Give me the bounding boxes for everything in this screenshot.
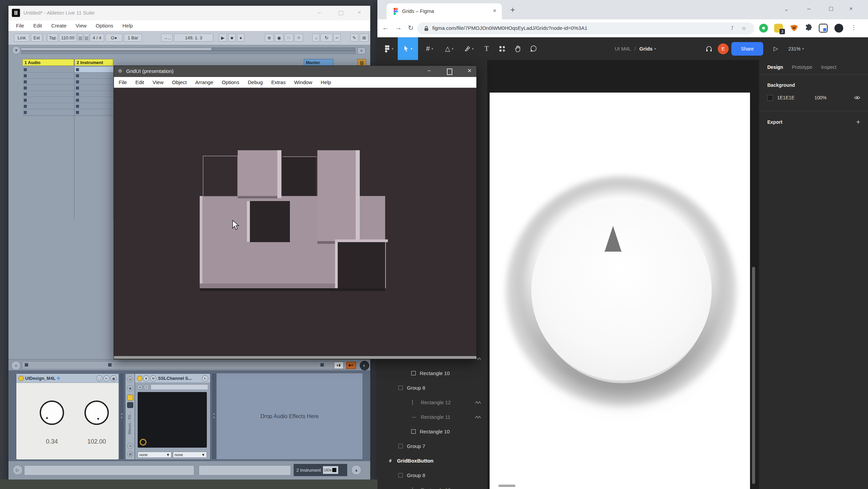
clip-slot[interactable]: [75, 67, 113, 73]
rail-unfold-icon[interactable]: ◎: [127, 376, 133, 383]
device1-map-icon[interactable]: ▢: [96, 375, 102, 382]
clip-stop-button[interactable]: [76, 74, 79, 77]
clip-stop-button[interactable]: [24, 111, 27, 114]
device2-hotswap-icon[interactable]: ↻: [202, 375, 208, 382]
clip-stop-button[interactable]: [24, 86, 27, 90]
automation-arm-button[interactable]: ◉: [275, 34, 283, 42]
url-text[interactable]: figma.com/file/7PMOJOn0iWM0HOqsEyLadJ/Gr…: [432, 25, 587, 31]
new-tab-button[interactable]: +: [510, 5, 515, 15]
device-separator[interactable]: [120, 373, 124, 459]
loop-button[interactable]: ↻: [320, 34, 333, 42]
gridui-canvas[interactable]: [114, 88, 476, 356]
clip-slot[interactable]: [22, 73, 74, 79]
yellow-extension-icon[interactable]: 3: [774, 24, 783, 33]
clip-slot[interactable]: [75, 79, 113, 85]
punch-out-button[interactable]: ⌐: [333, 34, 341, 42]
horizontal-scrollbar[interactable]: [498, 485, 515, 487]
evernote-extension-icon[interactable]: [759, 24, 768, 33]
share-page-icon[interactable]: ⤴: [731, 25, 734, 31]
audio-headphones-icon[interactable]: [702, 37, 716, 60]
gridui-menu-item[interactable]: Extras: [271, 79, 286, 85]
session-scrollbar-track2[interactable]: [21, 51, 355, 54]
device-toggle-icon[interactable]: ◐: [360, 361, 369, 370]
move-tool-selected[interactable]: ▾: [398, 37, 418, 60]
shape-tool[interactable]: △▾: [440, 37, 459, 60]
draw-mode-button[interactable]: ✎: [350, 34, 358, 42]
background-hex[interactable]: 1E1E1E: [777, 95, 814, 100]
info-toggle-icon[interactable]: ▷: [13, 465, 23, 475]
gridui-close-button[interactable]: ✕: [467, 67, 472, 74]
clip-stop-button[interactable]: [76, 80, 79, 83]
keymap-button[interactable]: ⊞: [360, 34, 369, 42]
browser-tab[interactable]: Grids – Figma ×: [387, 3, 502, 19]
clip-slot[interactable]: [22, 103, 74, 109]
grid-cell-pressed[interactable]: [282, 156, 317, 196]
arrangement-position[interactable]: 149. 1. 3: [174, 34, 213, 42]
present-button[interactable]: ▷: [770, 37, 782, 60]
layer-row[interactable]: Group 7: [377, 439, 487, 453]
layer-row[interactable]: Group 8: [377, 380, 487, 395]
show-device-icon[interactable]: ▲: [351, 465, 361, 475]
sidechain-dropdown-2[interactable]: none▼: [173, 452, 207, 458]
layer-row[interactable]: ▏Rectangle 12: [377, 395, 487, 410]
hand-tool[interactable]: [510, 37, 525, 60]
device-drop-zone[interactable]: Drop Audio Effects Here: [217, 373, 362, 459]
ableton-menu-item[interactable]: File: [16, 23, 24, 28]
comment-tool[interactable]: [526, 37, 541, 60]
panel-tab[interactable]: Design: [767, 64, 783, 70]
breadcrumb-project[interactable]: UI M4L: [615, 46, 631, 52]
device-chip[interactable]: UIDe: [323, 466, 338, 474]
groove-amount[interactable]: O●: [105, 34, 122, 42]
ext-button[interactable]: Ext: [31, 34, 42, 42]
grid-cell-outline[interactable]: [203, 156, 238, 197]
share-button[interactable]: Share: [731, 37, 763, 60]
gridui-menu-item[interactable]: Debug: [248, 79, 263, 85]
device1-save-icon[interactable]: ▣: [111, 375, 117, 382]
punch-in-button[interactable]: ⌌: [312, 34, 320, 42]
clip-slot[interactable]: [75, 91, 113, 97]
gridui-menu-item[interactable]: View: [153, 79, 163, 85]
clip-stop-button[interactable]: [76, 105, 79, 108]
zoom-menu[interactable]: 231%▾: [784, 37, 808, 60]
user-avatar[interactable]: E: [717, 37, 729, 60]
clip-slot[interactable]: [75, 97, 113, 103]
clip-slot[interactable]: [75, 85, 113, 91]
gridui-menu-item[interactable]: File: [119, 79, 127, 85]
gridui-maximize-button[interactable]: [447, 69, 452, 75]
master-track-header[interactable]: Master: [304, 59, 333, 66]
ableton-menu-item[interactable]: Edit: [33, 23, 42, 28]
clip-slot[interactable]: [75, 103, 113, 109]
device1-titlebar[interactable]: UIDesign_M4L ✥ ▢ ↻ ▣: [16, 374, 119, 383]
track-stop-square[interactable]: [320, 363, 324, 367]
clip-slot[interactable]: [22, 85, 74, 91]
grid-cell-pressed[interactable]: [250, 201, 290, 242]
ableton-menu-item[interactable]: Options: [96, 23, 113, 28]
clip-stop-button[interactable]: [24, 99, 27, 102]
layer-row[interactable]: #GridBoxButton: [377, 453, 487, 468]
ableton-close-button[interactable]: ×: [358, 9, 361, 16]
metamask-extension-icon[interactable]: [790, 24, 798, 33]
knob2-value[interactable]: 102.00: [80, 438, 114, 445]
bookmark-star-icon[interactable]: ☆: [742, 25, 746, 32]
figma-canvas[interactable]: [487, 60, 759, 489]
capture-midi-button[interactable]: ⎀: [294, 34, 303, 42]
clip-stop-button[interactable]: [76, 86, 79, 90]
gridui-minimize-button[interactable]: –: [428, 67, 431, 74]
tab-close-icon[interactable]: ×: [493, 7, 496, 14]
window-close-button[interactable]: ×: [849, 5, 853, 12]
record-button[interactable]: ●: [237, 34, 244, 42]
rail-on-button[interactable]: [127, 395, 133, 400]
rail-save-icon[interactable]: ▤: [127, 451, 133, 457]
clip-slot[interactable]: [75, 110, 113, 115]
clip-slot[interactable]: [22, 79, 74, 85]
plugin-knob-icon[interactable]: [140, 439, 146, 446]
device-on-led[interactable]: [18, 376, 24, 381]
time-signature-field[interactable]: 4 / 4: [90, 34, 104, 42]
breadcrumb-file[interactable]: Grids: [639, 46, 653, 52]
stop-button[interactable]: ■: [228, 34, 236, 42]
pen-tool[interactable]: ▾: [459, 37, 478, 60]
sidechain-dropdown-1[interactable]: none▼: [138, 452, 172, 458]
clip-stop-button[interactable]: [76, 93, 79, 96]
window-minimize-button[interactable]: –: [807, 5, 810, 12]
ableton-menu-item[interactable]: Help: [122, 23, 133, 28]
